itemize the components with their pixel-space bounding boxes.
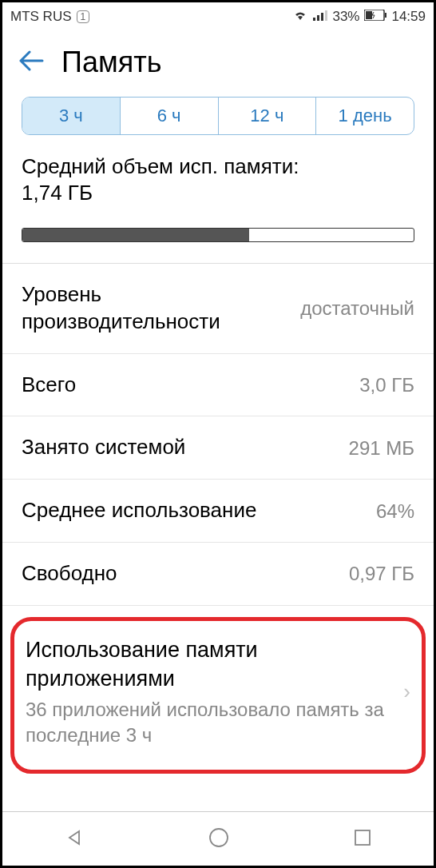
row-performance[interactable]: Уровень производительности достаточный — [2, 264, 434, 354]
nav-back-icon[interactable] — [65, 828, 84, 850]
row-avg-use[interactable]: Среднее использование 64% — [2, 480, 434, 543]
row-label: Занято системой — [22, 434, 349, 461]
memory-progress-bar — [22, 228, 414, 242]
svg-rect-6 — [366, 11, 372, 19]
carrier-label: MTS RUS — [10, 9, 72, 25]
row-free[interactable]: Свободно 0,97 ГБ — [2, 543, 434, 606]
row-value: 3,0 ГБ — [359, 372, 414, 397]
time-range-tabs: 3 ч 6 ч 12 ч 1 день — [22, 97, 414, 135]
navigation-bar — [2, 811, 434, 866]
svg-rect-1 — [317, 15, 319, 21]
page-title: Память — [61, 46, 161, 79]
row-value: 0,97 ГБ — [349, 561, 414, 586]
chevron-right-icon: › — [395, 679, 410, 704]
memory-progress-fill — [22, 229, 249, 241]
row-value: 64% — [376, 499, 414, 524]
wifi-icon — [292, 9, 308, 26]
app-usage-subtitle: 36 приложений использовало память за пос… — [26, 697, 395, 749]
nav-recent-icon[interactable] — [354, 829, 371, 850]
svg-rect-2 — [321, 13, 323, 21]
row-total[interactable]: Всего 3,0 ГБ — [2, 354, 434, 417]
header: Память — [2, 31, 434, 97]
app-memory-usage-item[interactable]: Использование памяти приложениями 36 при… — [10, 617, 426, 774]
app-usage-title: Использование памяти приложениями — [26, 635, 395, 694]
avg-value: 1,74 ГБ — [22, 181, 414, 205]
tab-3h[interactable]: 3 ч — [22, 98, 121, 134]
svg-point-7 — [210, 829, 228, 846]
row-label: Всего — [22, 372, 359, 399]
avg-label: Средний объем исп. памяти: — [22, 153, 414, 181]
signal-icon — [313, 9, 327, 26]
svg-rect-0 — [313, 18, 315, 21]
tab-6h[interactable]: 6 ч — [121, 98, 219, 134]
back-icon[interactable] — [18, 50, 44, 75]
row-label: Свободно — [22, 560, 349, 587]
svg-rect-8 — [355, 830, 370, 845]
nav-home-icon[interactable] — [208, 827, 229, 851]
row-label: Среднее использование — [22, 497, 376, 524]
row-system[interactable]: Занято системой 291 МБ — [2, 416, 434, 480]
svg-rect-3 — [325, 10, 327, 21]
average-memory-block: Средний объем исп. памяти: 1,74 ГБ — [2, 153, 434, 217]
row-value: 291 МБ — [349, 436, 414, 460]
tab-12h[interactable]: 12 ч — [219, 98, 317, 134]
tab-1day[interactable]: 1 день — [316, 98, 414, 134]
status-bar: MTS RUS 1 33% 14:59 — [2, 2, 434, 31]
clock-time: 14:59 — [391, 9, 426, 25]
battery-icon — [364, 9, 386, 25]
svg-rect-5 — [385, 13, 386, 18]
row-label: Уровень производительности — [22, 281, 300, 336]
battery-pct: 33% — [332, 9, 359, 25]
sim-badge: 1 — [77, 10, 90, 23]
row-value: достаточный — [300, 296, 414, 321]
